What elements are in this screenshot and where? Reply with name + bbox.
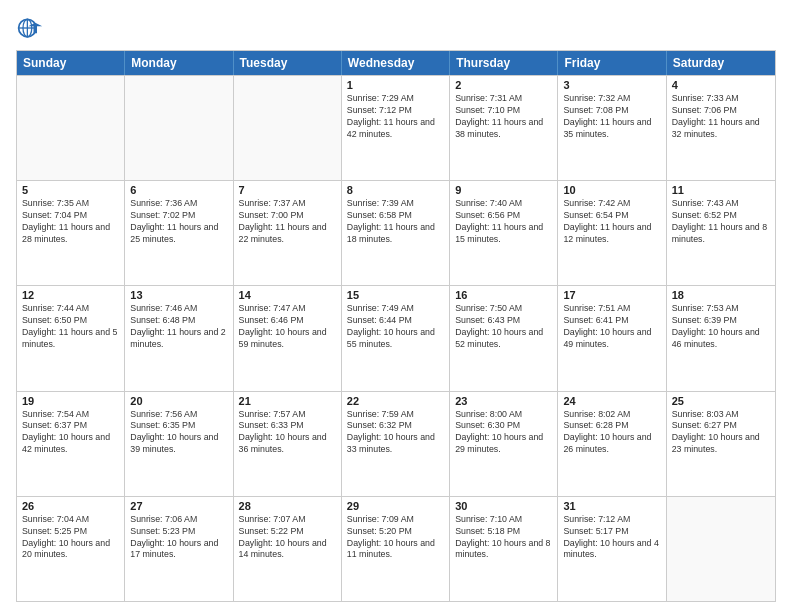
day-info: Sunrise: 7:47 AM Sunset: 6:46 PM Dayligh… (239, 303, 336, 351)
page: SundayMondayTuesdayWednesdayThursdayFrid… (0, 0, 792, 612)
day-number: 28 (239, 500, 336, 512)
calendar-cell: 5Sunrise: 7:35 AM Sunset: 7:04 PM Daylig… (17, 181, 125, 285)
calendar-row: 26Sunrise: 7:04 AM Sunset: 5:25 PM Dayli… (17, 496, 775, 601)
calendar-cell (234, 76, 342, 180)
day-info: Sunrise: 7:33 AM Sunset: 7:06 PM Dayligh… (672, 93, 770, 141)
calendar-cell: 21Sunrise: 7:57 AM Sunset: 6:33 PM Dayli… (234, 392, 342, 496)
calendar: SundayMondayTuesdayWednesdayThursdayFrid… (16, 50, 776, 602)
day-number: 15 (347, 289, 444, 301)
day-info: Sunrise: 7:06 AM Sunset: 5:23 PM Dayligh… (130, 514, 227, 562)
calendar-cell: 22Sunrise: 7:59 AM Sunset: 6:32 PM Dayli… (342, 392, 450, 496)
calendar-cell (667, 497, 775, 601)
weekday-header: Monday (125, 51, 233, 75)
day-number: 29 (347, 500, 444, 512)
day-number: 19 (22, 395, 119, 407)
day-number: 2 (455, 79, 552, 91)
day-info: Sunrise: 7:12 AM Sunset: 5:17 PM Dayligh… (563, 514, 660, 562)
calendar-cell: 9Sunrise: 7:40 AM Sunset: 6:56 PM Daylig… (450, 181, 558, 285)
calendar-cell: 7Sunrise: 7:37 AM Sunset: 7:00 PM Daylig… (234, 181, 342, 285)
calendar-cell: 15Sunrise: 7:49 AM Sunset: 6:44 PM Dayli… (342, 286, 450, 390)
day-info: Sunrise: 7:29 AM Sunset: 7:12 PM Dayligh… (347, 93, 444, 141)
calendar-cell: 28Sunrise: 7:07 AM Sunset: 5:22 PM Dayli… (234, 497, 342, 601)
day-info: Sunrise: 8:00 AM Sunset: 6:30 PM Dayligh… (455, 409, 552, 457)
day-number: 27 (130, 500, 227, 512)
calendar-cell: 29Sunrise: 7:09 AM Sunset: 5:20 PM Dayli… (342, 497, 450, 601)
day-number: 25 (672, 395, 770, 407)
calendar-cell: 27Sunrise: 7:06 AM Sunset: 5:23 PM Dayli… (125, 497, 233, 601)
day-info: Sunrise: 7:44 AM Sunset: 6:50 PM Dayligh… (22, 303, 119, 351)
day-info: Sunrise: 7:46 AM Sunset: 6:48 PM Dayligh… (130, 303, 227, 351)
calendar-cell: 2Sunrise: 7:31 AM Sunset: 7:10 PM Daylig… (450, 76, 558, 180)
day-number: 6 (130, 184, 227, 196)
day-info: Sunrise: 7:10 AM Sunset: 5:18 PM Dayligh… (455, 514, 552, 562)
day-info: Sunrise: 7:50 AM Sunset: 6:43 PM Dayligh… (455, 303, 552, 351)
day-number: 3 (563, 79, 660, 91)
day-info: Sunrise: 7:54 AM Sunset: 6:37 PM Dayligh… (22, 409, 119, 457)
day-number: 10 (563, 184, 660, 196)
calendar-cell (17, 76, 125, 180)
calendar-cell (125, 76, 233, 180)
calendar-cell: 17Sunrise: 7:51 AM Sunset: 6:41 PM Dayli… (558, 286, 666, 390)
day-info: Sunrise: 7:59 AM Sunset: 6:32 PM Dayligh… (347, 409, 444, 457)
day-number: 26 (22, 500, 119, 512)
day-number: 30 (455, 500, 552, 512)
day-number: 17 (563, 289, 660, 301)
calendar-cell: 18Sunrise: 7:53 AM Sunset: 6:39 PM Dayli… (667, 286, 775, 390)
day-number: 14 (239, 289, 336, 301)
calendar-row: 12Sunrise: 7:44 AM Sunset: 6:50 PM Dayli… (17, 285, 775, 390)
day-number: 13 (130, 289, 227, 301)
day-number: 16 (455, 289, 552, 301)
weekday-header: Friday (558, 51, 666, 75)
day-number: 9 (455, 184, 552, 196)
day-info: Sunrise: 8:02 AM Sunset: 6:28 PM Dayligh… (563, 409, 660, 457)
day-info: Sunrise: 8:03 AM Sunset: 6:27 PM Dayligh… (672, 409, 770, 457)
day-info: Sunrise: 7:56 AM Sunset: 6:35 PM Dayligh… (130, 409, 227, 457)
weekday-header: Tuesday (234, 51, 342, 75)
calendar-header: SundayMondayTuesdayWednesdayThursdayFrid… (17, 51, 775, 75)
weekday-header: Wednesday (342, 51, 450, 75)
calendar-cell: 4Sunrise: 7:33 AM Sunset: 7:06 PM Daylig… (667, 76, 775, 180)
calendar-cell: 13Sunrise: 7:46 AM Sunset: 6:48 PM Dayli… (125, 286, 233, 390)
day-info: Sunrise: 7:51 AM Sunset: 6:41 PM Dayligh… (563, 303, 660, 351)
day-info: Sunrise: 7:40 AM Sunset: 6:56 PM Dayligh… (455, 198, 552, 246)
day-number: 21 (239, 395, 336, 407)
day-info: Sunrise: 7:31 AM Sunset: 7:10 PM Dayligh… (455, 93, 552, 141)
day-number: 8 (347, 184, 444, 196)
calendar-cell: 1Sunrise: 7:29 AM Sunset: 7:12 PM Daylig… (342, 76, 450, 180)
day-number: 4 (672, 79, 770, 91)
calendar-cell: 3Sunrise: 7:32 AM Sunset: 7:08 PM Daylig… (558, 76, 666, 180)
calendar-cell: 25Sunrise: 8:03 AM Sunset: 6:27 PM Dayli… (667, 392, 775, 496)
calendar-cell: 20Sunrise: 7:56 AM Sunset: 6:35 PM Dayli… (125, 392, 233, 496)
calendar-cell: 12Sunrise: 7:44 AM Sunset: 6:50 PM Dayli… (17, 286, 125, 390)
day-number: 22 (347, 395, 444, 407)
weekday-header: Sunday (17, 51, 125, 75)
calendar-cell: 14Sunrise: 7:47 AM Sunset: 6:46 PM Dayli… (234, 286, 342, 390)
day-info: Sunrise: 7:39 AM Sunset: 6:58 PM Dayligh… (347, 198, 444, 246)
day-info: Sunrise: 7:53 AM Sunset: 6:39 PM Dayligh… (672, 303, 770, 351)
day-number: 7 (239, 184, 336, 196)
day-info: Sunrise: 7:35 AM Sunset: 7:04 PM Dayligh… (22, 198, 119, 246)
calendar-row: 19Sunrise: 7:54 AM Sunset: 6:37 PM Dayli… (17, 391, 775, 496)
calendar-cell: 30Sunrise: 7:10 AM Sunset: 5:18 PM Dayli… (450, 497, 558, 601)
day-number: 24 (563, 395, 660, 407)
calendar-body: 1Sunrise: 7:29 AM Sunset: 7:12 PM Daylig… (17, 75, 775, 601)
calendar-cell: 24Sunrise: 8:02 AM Sunset: 6:28 PM Dayli… (558, 392, 666, 496)
calendar-cell: 16Sunrise: 7:50 AM Sunset: 6:43 PM Dayli… (450, 286, 558, 390)
calendar-cell: 31Sunrise: 7:12 AM Sunset: 5:17 PM Dayli… (558, 497, 666, 601)
header (16, 14, 776, 42)
day-number: 11 (672, 184, 770, 196)
calendar-row: 1Sunrise: 7:29 AM Sunset: 7:12 PM Daylig… (17, 75, 775, 180)
day-number: 23 (455, 395, 552, 407)
calendar-cell: 6Sunrise: 7:36 AM Sunset: 7:02 PM Daylig… (125, 181, 233, 285)
day-number: 18 (672, 289, 770, 301)
calendar-cell: 19Sunrise: 7:54 AM Sunset: 6:37 PM Dayli… (17, 392, 125, 496)
day-info: Sunrise: 7:37 AM Sunset: 7:00 PM Dayligh… (239, 198, 336, 246)
day-number: 31 (563, 500, 660, 512)
weekday-header: Saturday (667, 51, 775, 75)
day-info: Sunrise: 7:49 AM Sunset: 6:44 PM Dayligh… (347, 303, 444, 351)
calendar-cell: 11Sunrise: 7:43 AM Sunset: 6:52 PM Dayli… (667, 181, 775, 285)
weekday-header: Thursday (450, 51, 558, 75)
day-info: Sunrise: 7:04 AM Sunset: 5:25 PM Dayligh… (22, 514, 119, 562)
day-number: 5 (22, 184, 119, 196)
day-info: Sunrise: 7:07 AM Sunset: 5:22 PM Dayligh… (239, 514, 336, 562)
